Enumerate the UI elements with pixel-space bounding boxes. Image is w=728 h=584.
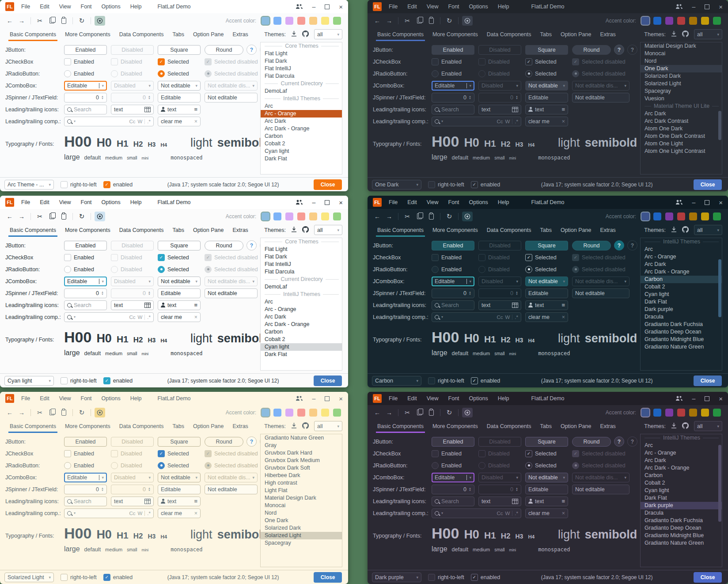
theme-item[interactable]: Arc Dark <box>261 313 342 321</box>
checkbox-enabled[interactable] <box>64 254 71 261</box>
theme-item[interactable]: Gradianto Dark Fuchsia <box>641 517 722 524</box>
accent-swatch[interactable] <box>689 409 697 417</box>
theme-item[interactable]: Arc - Orange <box>641 449 722 457</box>
tab-more-components[interactable]: More Components <box>61 29 115 41</box>
copy-icon[interactable] <box>46 16 57 26</box>
theme-list[interactable]: Core ThemesFlat LightFlat DarkFlat Intel… <box>260 42 342 174</box>
paste-icon[interactable] <box>58 212 69 221</box>
theme-item[interactable]: Dark purple <box>641 306 722 313</box>
theme-item[interactable]: Carbon <box>261 328 342 336</box>
copy-icon[interactable] <box>414 16 425 26</box>
close-window-button[interactable]: × <box>339 3 343 11</box>
tab-basic-components[interactable]: Basic Components <box>373 421 428 433</box>
theme-list[interactable]: Gradianto Nature GreenGrayGruvbox Dark H… <box>260 434 342 567</box>
github-icon[interactable] <box>682 422 689 430</box>
theme-item[interactable]: Flat Dark <box>261 57 342 65</box>
copy-icon[interactable] <box>414 212 425 221</box>
tab-extras[interactable]: Extras <box>228 29 252 41</box>
maximize-button[interactable] <box>325 396 330 401</box>
theme-list[interactable]: IntelliJ ThemesArcArc - OrangeArc DarkAr… <box>640 238 722 371</box>
square-button[interactable]: Square <box>525 241 568 250</box>
back-icon[interactable]: ← <box>372 212 383 221</box>
theme-item[interactable]: Dark purple <box>641 502 722 509</box>
theme-item[interactable]: Gradianto Midnight Blue <box>641 532 722 539</box>
theme-item[interactable]: Gruvbox Dark Medium <box>261 457 342 464</box>
accent-swatch[interactable] <box>285 409 293 417</box>
accent-swatch[interactable] <box>689 17 697 25</box>
textfield-editable[interactable]: Editable <box>158 93 201 102</box>
menu-edit[interactable]: Edit <box>407 4 417 10</box>
combobox-editable[interactable]: Editable▾ <box>432 277 474 286</box>
tab-basic-components[interactable]: Basic Components <box>373 29 428 41</box>
square-button[interactable]: Square <box>158 437 201 447</box>
maximize-button[interactable] <box>705 396 709 401</box>
accent-swatch[interactable] <box>273 409 281 417</box>
enabled-button[interactable]: Enabled <box>64 437 107 447</box>
theme-dropdown[interactable]: One Dark▾ <box>372 180 421 190</box>
theme-item[interactable]: Gray <box>261 442 342 449</box>
forward-icon[interactable]: → <box>16 408 27 417</box>
text-input-calendar[interactable]: text <box>478 105 521 114</box>
whole-words-toggle[interactable]: W <box>137 511 142 516</box>
search-input[interactable]: Search <box>432 497 474 506</box>
tab-basic-components[interactable]: Basic Components <box>373 225 428 237</box>
theme-dropdown[interactable]: Dark purple▾ <box>372 573 421 582</box>
theme-item[interactable]: Arc Dark <box>261 118 342 125</box>
round-button[interactable]: Round <box>572 45 611 55</box>
regex-toggle[interactable]: .* <box>515 315 518 320</box>
theme-item[interactable]: Dark Flat <box>641 298 722 306</box>
regex-toggle[interactable]: .* <box>515 119 518 124</box>
checkbox-enabled[interactable] <box>64 58 71 65</box>
help-button[interactable]: ? <box>614 45 624 55</box>
text-input-calendar[interactable]: text <box>111 105 154 114</box>
refresh-icon[interactable]: ↻ <box>444 16 455 26</box>
spinner[interactable]: 0▲▼ <box>432 485 474 494</box>
square-button[interactable]: Square <box>525 45 568 55</box>
theme-item[interactable]: Hiberbee Dark <box>261 472 342 479</box>
checkbox-selected[interactable]: ✓ <box>158 450 165 457</box>
help-button[interactable]: ? <box>614 436 624 447</box>
theme-item[interactable]: Cyan light <box>641 291 722 298</box>
combobox-editable[interactable]: Editable▾ <box>432 473 474 482</box>
round-button[interactable]: Round <box>205 241 243 250</box>
radio-selected[interactable] <box>158 462 165 469</box>
accent-swatch[interactable] <box>713 409 721 417</box>
forward-icon[interactable]: → <box>16 212 27 221</box>
search-input[interactable]: Search <box>432 105 474 114</box>
close-button[interactable]: Close <box>314 179 342 190</box>
github-icon[interactable] <box>302 226 309 234</box>
theme-item[interactable]: Arc <box>261 102 342 110</box>
accent-swatch[interactable] <box>701 17 709 25</box>
search-options-input[interactable]: ▾ Cc W .* <box>432 312 521 322</box>
search-input[interactable]: Search <box>432 300 474 310</box>
refresh-icon[interactable]: ↻ <box>76 16 87 26</box>
paste-icon[interactable] <box>426 16 436 26</box>
users-icon[interactable] <box>675 4 682 9</box>
back-icon[interactable]: ← <box>372 16 383 26</box>
tab-data-components[interactable]: Data Components <box>115 421 168 433</box>
menu-edit[interactable]: Edit <box>40 4 49 10</box>
radio-selected[interactable] <box>158 70 165 77</box>
help-button[interactable]: ? <box>614 240 624 250</box>
grid-icon[interactable] <box>512 499 518 504</box>
theme-item[interactable]: Arc Dark - Orange <box>641 268 722 276</box>
github-icon[interactable] <box>682 30 689 38</box>
accent-swatch[interactable] <box>689 212 697 220</box>
download-icon[interactable] <box>671 31 677 38</box>
textfield-editable[interactable]: Editable <box>525 288 568 298</box>
menu-options[interactable]: Options <box>469 4 488 10</box>
accent-swatch[interactable] <box>297 17 305 25</box>
regex-toggle[interactable]: .* <box>515 511 518 516</box>
grid-icon[interactable] <box>144 499 151 504</box>
combobox-not-editable[interactable]: Not editable▾ <box>525 473 568 482</box>
search-input[interactable]: Search <box>64 105 107 114</box>
radio-enabled[interactable] <box>64 462 71 469</box>
theme-item[interactable]: Material Design Dark <box>641 42 722 50</box>
tab-tabs[interactable]: Tabs <box>168 421 189 433</box>
spinner[interactable]: 0▲▼ <box>64 93 107 102</box>
menu-options[interactable]: Options <box>469 395 488 402</box>
whole-words-toggle[interactable]: W <box>137 119 142 124</box>
tab-more-components[interactable]: More Components <box>428 421 482 433</box>
close-window-button[interactable]: × <box>719 3 723 11</box>
menu-edit[interactable]: Edit <box>407 199 417 205</box>
